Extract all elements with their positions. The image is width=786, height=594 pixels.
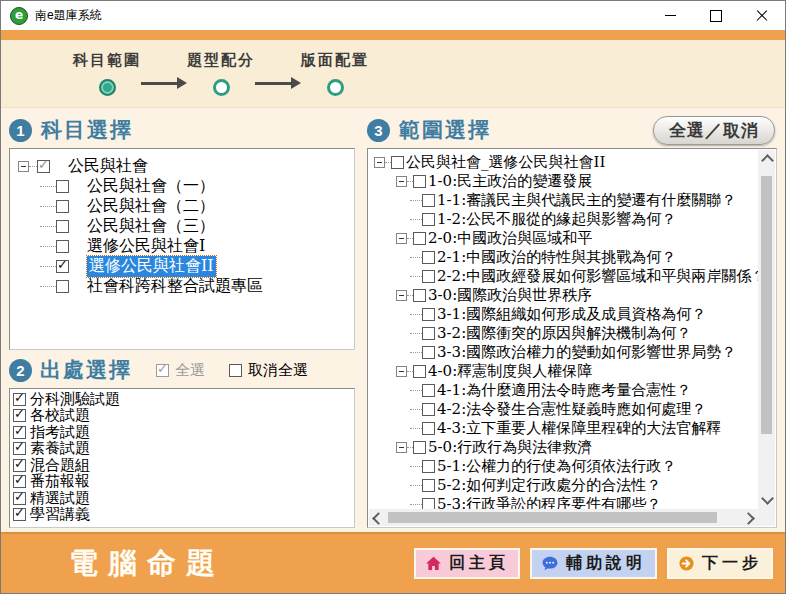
minimize-button[interactable] [647, 1, 693, 30]
select-toggle-button[interactable]: 全選／取消 [653, 116, 775, 145]
collapse-toggle-icon[interactable] [396, 366, 407, 377]
tree-row-chapter[interactable]: 5-0:行政行為與法律救濟 [370, 438, 758, 457]
checkbox[interactable] [413, 441, 426, 454]
vertical-scrollbar[interactable] [758, 150, 775, 509]
checkbox-checked[interactable] [13, 492, 26, 505]
tree-row-topic[interactable]: 3-3:國際政治權力的變動如何影響世界局勢？ [370, 343, 758, 362]
scroll-right-icon[interactable] [742, 512, 755, 525]
tree-row-chapter[interactable]: 1-0:民主政治的變遷發展 [370, 172, 758, 191]
select-all-option[interactable]: 全選 [156, 361, 205, 380]
tree-row-subject-root[interactable]: 公民與社會 [10, 156, 354, 176]
checkbox-checked[interactable] [13, 475, 26, 488]
checkbox[interactable] [422, 308, 435, 321]
tree-row-subject[interactable]: 公民與社會（三） [10, 216, 354, 236]
collapse-toggle-icon[interactable] [396, 442, 407, 453]
horizontal-scroll-thumb[interactable] [388, 512, 717, 523]
next-step-button[interactable]: 下一步 [667, 548, 773, 579]
checkbox[interactable] [422, 213, 435, 226]
source-item[interactable]: 番茄報報 [13, 474, 354, 491]
speech-bubble-icon [541, 555, 559, 572]
checkbox[interactable] [413, 175, 426, 188]
collapse-toggle-icon[interactable] [396, 176, 407, 187]
step-layout-config[interactable]: 版面配置 [301, 51, 369, 96]
vertical-scroll-thumb[interactable] [761, 176, 772, 434]
checkbox-checked[interactable] [13, 393, 26, 406]
tree-row-topic[interactable]: 4-2:法令發生合憲性疑義時應如何處理？ [370, 400, 758, 419]
collapse-toggle-icon[interactable] [396, 290, 407, 301]
source-item[interactable]: 學習講義 [13, 507, 354, 524]
tree-row-subject[interactable]: 公民與社會（二） [10, 196, 354, 216]
step-subject-range[interactable]: 科目範圍 [73, 51, 141, 96]
scroll-up-icon[interactable] [761, 154, 774, 167]
close-button[interactable] [739, 1, 785, 30]
scroll-left-icon[interactable] [372, 512, 385, 525]
tree-row-chapter[interactable]: 4-0:釋憲制度與人權保障 [370, 362, 758, 381]
source-item[interactable]: 指考試題 [13, 424, 354, 441]
tree-row-chapter[interactable]: 2-0:中國政治與區域和平 [370, 229, 758, 248]
checkbox[interactable] [413, 232, 426, 245]
checkbox[interactable] [56, 220, 69, 233]
tree-row-subject[interactable]: 公民與社會（一） [10, 176, 354, 196]
tree-row-topic[interactable]: 1-2:公民不服從的緣起與影響為何？ [370, 210, 758, 229]
collapse-toggle-icon[interactable] [396, 233, 407, 244]
checkbox-checked[interactable] [13, 459, 26, 472]
tree-row-subject-selected[interactable]: 選修公民與社會II [10, 256, 354, 276]
checkbox-checked[interactable] [13, 426, 26, 439]
tree-row-topic[interactable]: 1-1:審議民主與代議民主的變遷有什麼關聯？ [370, 191, 758, 210]
tree-row-topic[interactable]: 5-3:行政爭訟的程序要件有哪些？ [370, 495, 758, 509]
checkbox-checked[interactable] [13, 508, 26, 521]
checkbox[interactable] [56, 240, 69, 253]
step-question-allocation[interactable]: 題型配分 [187, 51, 255, 96]
checkbox[interactable] [422, 460, 435, 473]
checkbox-checked[interactable] [13, 409, 26, 422]
checkbox[interactable] [422, 479, 435, 492]
checkbox[interactable] [422, 251, 435, 264]
collapse-toggle-icon[interactable] [374, 157, 385, 168]
checkbox-checked[interactable] [56, 260, 69, 273]
deselect-all-option[interactable]: 取消全選 [229, 361, 308, 380]
source-item[interactable]: 分科測驗試題 [13, 391, 354, 408]
tree-row-chapter[interactable]: 3-0:國際政治與世界秩序 [370, 286, 758, 305]
checkbox[interactable] [422, 327, 435, 340]
tree-row-subject[interactable]: 社會科跨科整合試題專區 [10, 276, 354, 296]
checkbox[interactable] [56, 200, 69, 213]
tree-row-topic[interactable]: 3-2:國際衝突的原因與解決機制為何？ [370, 324, 758, 343]
maximize-button[interactable] [693, 1, 739, 30]
title-bar: e 南e題庫系統 [1, 1, 785, 30]
checkbox[interactable] [229, 364, 242, 377]
checkbox[interactable] [422, 384, 435, 397]
tree-row-topic[interactable]: 5-1:公權力的行使為何須依法行政？ [370, 457, 758, 476]
tree-row-topic[interactable]: 2-1:中國政治的特性與其挑戰為何？ [370, 248, 758, 267]
checkbox[interactable] [413, 365, 426, 378]
checkbox[interactable] [422, 194, 435, 207]
source-item[interactable]: 混合題組 [13, 457, 354, 474]
tree-row-subject[interactable]: 選修公民與社會I [10, 236, 354, 256]
tree-row-topic[interactable]: 5-2:如何判定行政處分的合法性？ [370, 476, 758, 495]
tree-row-topic[interactable]: 3-1:國際組織如何形成及成員資格為何？ [370, 305, 758, 324]
checkbox[interactable] [391, 156, 404, 169]
tree-row-topic[interactable]: 2-2:中國政經發展如何影響區域和平與兩岸關係？ [370, 267, 758, 286]
checkbox[interactable] [56, 280, 69, 293]
checkbox[interactable] [422, 498, 435, 509]
help-button[interactable]: 輔助說明 [530, 548, 657, 579]
checkbox[interactable] [413, 289, 426, 302]
source-item[interactable]: 精選試題 [13, 490, 354, 507]
scroll-down-icon[interactable] [761, 492, 774, 505]
window-title: 南e題庫系統 [35, 7, 102, 24]
collapse-toggle-icon[interactable] [18, 161, 29, 172]
tree-label: 4-0:釋憲制度與人權保障 [428, 362, 592, 381]
source-item[interactable]: 各校試題 [13, 408, 354, 425]
checkbox[interactable] [422, 403, 435, 416]
source-item[interactable]: 素養試題 [13, 441, 354, 458]
tree-row-topic[interactable]: 4-3:立下重要人權保障里程碑的大法官解釋 [370, 419, 758, 438]
horizontal-scrollbar[interactable] [369, 509, 758, 526]
tree-row-range-root[interactable]: 公民與社會_選修公民與社會II [370, 153, 758, 172]
tree-row-topic[interactable]: 4-1:為什麼適用法令時應考量合憲性？ [370, 381, 758, 400]
home-button[interactable]: 回主頁 [414, 548, 520, 579]
checkbox[interactable] [56, 180, 69, 193]
checkbox-partial[interactable] [37, 160, 50, 173]
checkbox[interactable] [422, 422, 435, 435]
checkbox[interactable] [422, 270, 435, 283]
checkbox-checked[interactable] [13, 442, 26, 455]
checkbox[interactable] [422, 346, 435, 359]
